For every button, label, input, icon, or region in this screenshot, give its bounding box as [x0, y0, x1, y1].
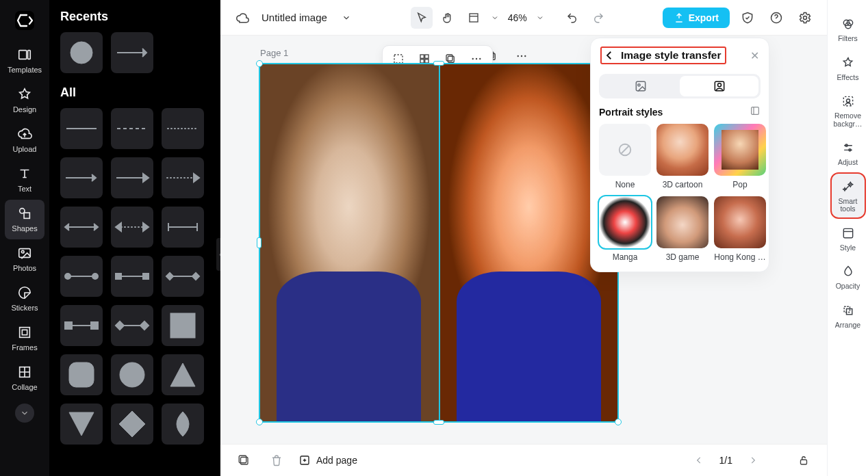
pages-overview-icon[interactable] [233, 449, 255, 471]
shape-circle-fill[interactable] [60, 32, 103, 73]
export-button[interactable]: Export [663, 8, 730, 28]
svg-point-67 [637, 84, 639, 86]
shape-line-square-ends[interactable] [111, 256, 153, 297]
zoom-level[interactable]: 46% [505, 12, 530, 23]
prop-remove-bg[interactable]: Remove backgr… [832, 88, 865, 132]
crop-dropdown[interactable] [489, 7, 501, 29]
undo-button[interactable] [561, 7, 583, 29]
settings-icon[interactable] [794, 7, 816, 29]
handle-w[interactable] [257, 237, 261, 248]
shape-arrow-dotted[interactable] [162, 157, 204, 198]
svg-rect-4 [24, 213, 29, 218]
prev-page[interactable] [688, 449, 710, 471]
add-page-button[interactable]: Add page [298, 454, 357, 466]
style-3d-game[interactable]: 3D game [656, 196, 709, 262]
shape-circle[interactable] [111, 354, 153, 395]
shape-square-fill[interactable] [162, 305, 204, 346]
app-logo[interactable] [14, 10, 36, 31]
nav-collage[interactable]: Collage [5, 358, 44, 398]
shape-segment-bars[interactable] [162, 207, 204, 248]
frames-icon [16, 324, 33, 341]
delete-page-icon[interactable] [266, 449, 288, 471]
style-label: 3D game [666, 252, 700, 262]
nav-frames[interactable]: Frames [5, 319, 44, 358]
shape-double-arrow-dotted[interactable] [111, 207, 153, 248]
shape-line-solid[interactable] [60, 108, 103, 149]
shape-triangle-down[interactable] [60, 404, 103, 445]
style-manga[interactable]: Manga [599, 196, 651, 262]
shape-line-diamond-ends[interactable] [162, 256, 204, 297]
prop-label: Style [840, 244, 856, 252]
hand-tool[interactable] [437, 7, 459, 29]
svg-rect-62 [446, 55, 452, 61]
tab-image-style[interactable] [601, 76, 680, 96]
shape-diamond-round[interactable] [162, 404, 204, 445]
prop-filters[interactable]: Filters [832, 11, 865, 47]
svg-marker-33 [166, 273, 173, 280]
doc-title[interactable]: Untitled image [261, 12, 327, 23]
shape-arrow-right[interactable] [111, 32, 153, 73]
handle-n[interactable] [433, 61, 444, 66]
crop-tool[interactable] [463, 7, 485, 29]
handle-s[interactable] [433, 420, 444, 425]
prop-effects[interactable]: Effects [832, 50, 865, 86]
handle-se[interactable] [615, 419, 622, 425]
shape-triangle-up[interactable] [162, 354, 204, 395]
svg-rect-42 [170, 313, 195, 338]
shape-diamond-to-diamond[interactable] [111, 305, 153, 346]
redo-button[interactable] [587, 7, 609, 29]
canvas-area[interactable]: Page 1 [220, 36, 827, 444]
shield-icon[interactable] [737, 7, 758, 29]
nav-templates[interactable]: Templates [5, 41, 44, 81]
section-settings-icon[interactable] [750, 105, 761, 118]
prop-arrange[interactable]: Arrange [832, 298, 865, 334]
selection-box[interactable] [259, 63, 619, 423]
style-3d-cartoon[interactable]: 3D cartoon [656, 124, 709, 189]
nav-stickers[interactable]: Stickers [5, 279, 44, 319]
nav-more[interactable] [15, 404, 34, 423]
cursor-tool[interactable] [411, 7, 433, 29]
panel-tabs [599, 74, 761, 98]
nav-upload[interactable]: Upload [5, 120, 44, 160]
prop-smart-tools[interactable]: Smart tools [832, 174, 865, 217]
shape-diamond[interactable] [111, 404, 153, 445]
style-thumb-none [599, 124, 651, 176]
prop-adjust[interactable]: Adjust [832, 135, 865, 171]
prop-opacity[interactable]: Opacity [832, 259, 865, 295]
shape-arrow-fill[interactable] [111, 157, 153, 198]
nav-design[interactable]: Design [5, 81, 44, 120]
nav-photos[interactable]: Photos [5, 239, 44, 279]
shape-line-dot-ends[interactable] [60, 256, 103, 297]
zoom-dropdown[interactable] [534, 7, 546, 29]
shape-sq-to-sq[interactable] [60, 305, 103, 346]
recents-grid [60, 32, 209, 73]
svg-rect-2 [28, 51, 31, 60]
shape-round-square[interactable] [60, 354, 103, 395]
nav-shapes[interactable]: Shapes [5, 200, 44, 239]
svg-rect-66 [636, 81, 645, 90]
title-dropdown[interactable] [335, 7, 357, 29]
lock-icon[interactable] [793, 449, 815, 471]
help-icon[interactable] [765, 7, 787, 29]
cloud-sync-icon[interactable] [231, 7, 253, 29]
svg-marker-41 [140, 321, 149, 330]
prop-style[interactable]: Style [832, 220, 865, 256]
style-none[interactable]: None [599, 124, 651, 189]
shape-double-arrow[interactable] [60, 207, 103, 248]
svg-point-80 [846, 99, 850, 103]
shape-line-dashed[interactable] [111, 108, 153, 149]
handle-sw[interactable] [256, 419, 263, 425]
shape-arrow-solid[interactable] [60, 157, 103, 198]
nav-label: Shapes [12, 224, 37, 233]
handle-nw[interactable] [256, 60, 263, 67]
nav-label: Text [18, 185, 31, 193]
style-pop[interactable]: Pop [714, 124, 766, 189]
nav-text[interactable]: Text [5, 160, 44, 200]
style-hong-kong[interactable]: Hong Kong … [714, 196, 766, 262]
close-panel-icon[interactable]: ✕ [750, 49, 759, 62]
shape-line-dotted[interactable] [162, 108, 204, 149]
next-page[interactable] [742, 449, 764, 471]
tab-portrait-style[interactable] [680, 76, 758, 96]
back-icon[interactable] [603, 49, 615, 62]
prop-label: Remove backgr… [832, 112, 865, 128]
